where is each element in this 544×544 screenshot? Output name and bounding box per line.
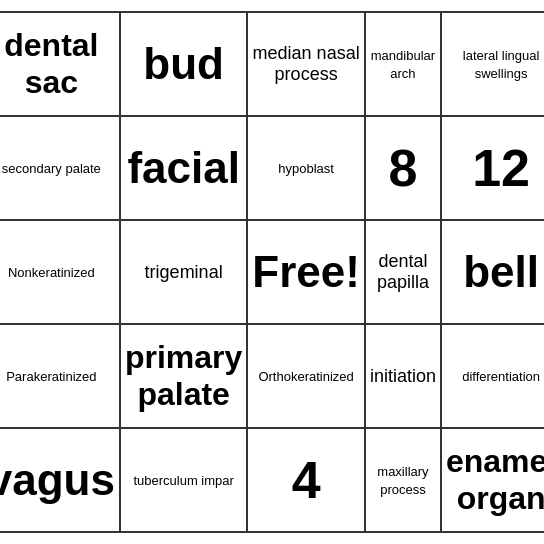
cell-2-2: Free! — [247, 220, 365, 324]
cell-0-1: bud — [120, 12, 247, 116]
cell-0-0: dental sac — [0, 12, 120, 116]
cell-4-2: 4 — [247, 428, 365, 532]
cell-1-4: 12 — [441, 116, 544, 220]
cell-1-3: 8 — [365, 116, 441, 220]
cell-0-2: median nasal process — [247, 12, 365, 116]
cell-0-4: lateral lingual swellings — [441, 12, 544, 116]
cell-1-0: secondary palate — [0, 116, 120, 220]
cell-2-4: bell — [441, 220, 544, 324]
bingo-board: dental sacbudmedian nasal processmandibu… — [0, 11, 544, 533]
cell-2-1: trigeminal — [120, 220, 247, 324]
cell-3-3: initiation — [365, 324, 441, 428]
cell-3-1: primary palate — [120, 324, 247, 428]
cell-4-1: tuberculum impar — [120, 428, 247, 532]
cell-1-1: facial — [120, 116, 247, 220]
cell-4-4: enamel organ — [441, 428, 544, 532]
cell-3-4: differentiation — [441, 324, 544, 428]
cell-1-2: hypoblast — [247, 116, 365, 220]
cell-3-0: Parakeratinized — [0, 324, 120, 428]
cell-2-3: dental papilla — [365, 220, 441, 324]
cell-4-0: vagus — [0, 428, 120, 532]
cell-0-3: mandibular arch — [365, 12, 441, 116]
cell-2-0: Nonkeratinized — [0, 220, 120, 324]
cell-3-2: Orthokeratinized — [247, 324, 365, 428]
cell-4-3: maxillary process — [365, 428, 441, 532]
